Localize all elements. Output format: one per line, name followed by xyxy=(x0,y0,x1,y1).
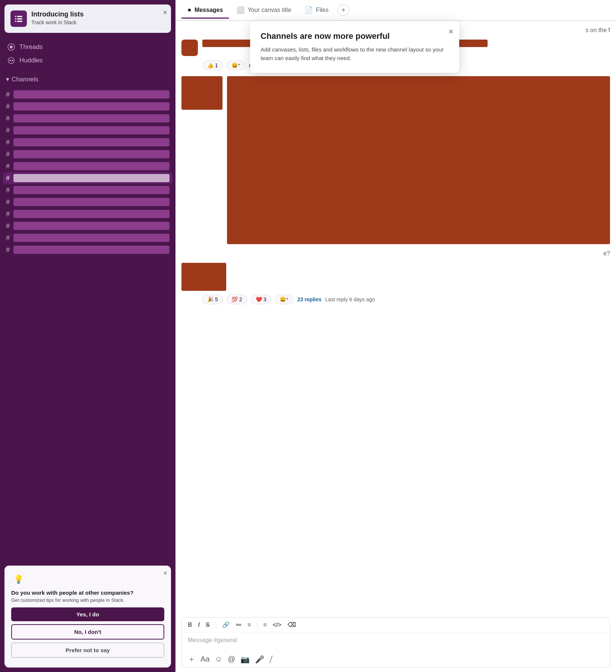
skip-button[interactable]: Prefer not to say xyxy=(11,643,164,658)
reaction-party[interactable]: 🎉 5 xyxy=(202,295,223,304)
tab-messages[interactable]: ● Messages xyxy=(181,2,229,19)
channel-name-redacted xyxy=(13,222,169,230)
message-block-2 xyxy=(181,76,610,244)
channel-name-redacted xyxy=(13,90,169,99)
channel-item-14[interactable]: # xyxy=(0,244,175,256)
channel-name-redacted xyxy=(13,102,169,111)
message-content-2 xyxy=(227,76,610,244)
reaction-thumbsup[interactable]: 👍 1 xyxy=(202,60,223,70)
video-icon[interactable]: 📷 xyxy=(240,655,250,664)
sidebar-item-threads[interactable]: Threads xyxy=(0,40,175,54)
channel-item-3[interactable]: # xyxy=(0,112,175,124)
channel-hash-icon: # xyxy=(6,91,10,99)
canvas-icon: ⬜ xyxy=(236,6,245,14)
channel-item-5[interactable]: # xyxy=(0,136,175,148)
promo-icon xyxy=(10,10,27,27)
channel-hash-icon: # xyxy=(6,186,10,194)
svg-rect-3 xyxy=(17,18,22,19)
channel-item-1[interactable]: # xyxy=(0,88,175,100)
channel-list: # # # # # xyxy=(0,88,175,561)
attach-icon[interactable]: ＋ xyxy=(188,654,195,664)
channel-hash-icon: # xyxy=(6,162,10,170)
list-icon xyxy=(14,14,24,24)
channel-hash-icon: # xyxy=(6,198,10,206)
promo-title: Introducing lists xyxy=(31,10,165,19)
unordered-list-tool[interactable]: ≡ xyxy=(248,622,251,628)
channel-item-9[interactable]: # xyxy=(0,184,175,196)
heart-emoji: ❤️ xyxy=(256,296,262,302)
bottom-promo-icon: 💡 xyxy=(11,572,25,587)
ordered-list-tool[interactable]: ≔ xyxy=(236,621,242,628)
slash-icon[interactable]: ⧸ xyxy=(270,655,273,663)
hundred-emoji: 💯 xyxy=(231,296,238,302)
composer-toolbar: B I S 🔗 ≔ ≡ ≡ </> ⌫ xyxy=(182,617,610,632)
channel-item-2[interactable]: # xyxy=(0,100,175,112)
link-tool[interactable]: 🔗 xyxy=(222,621,230,628)
channel-hash-icon: # xyxy=(6,222,10,230)
party-count: 5 xyxy=(215,296,218,302)
channels-header[interactable]: ▾ Channels xyxy=(0,73,175,85)
italic-tool[interactable]: I xyxy=(198,622,200,628)
sidebar-item-huddles[interactable]: Huddles xyxy=(0,54,175,67)
audio-icon[interactable]: 🎤 xyxy=(255,655,264,664)
bold-tool[interactable]: B xyxy=(188,622,192,628)
reaction-heart[interactable]: ❤️ 3 xyxy=(251,295,271,304)
channel-item-11[interactable]: # xyxy=(0,208,175,220)
svg-point-7 xyxy=(10,46,13,49)
svg-point-10 xyxy=(12,60,13,61)
channel-item-12[interactable]: # xyxy=(0,220,175,232)
channels-chevron-icon: ▾ xyxy=(6,75,9,83)
tab-canvas[interactable]: ⬜ Your canvas title xyxy=(230,2,297,19)
bottom-promo-card: × 💡 Do you work with people at other com… xyxy=(4,566,171,668)
channel-name-redacted xyxy=(13,186,169,194)
tab-files[interactable]: 📄 Files xyxy=(299,2,335,19)
channels-section: ▾ Channels xyxy=(0,70,175,88)
no-button[interactable]: No, I don't xyxy=(11,624,164,640)
yes-button[interactable]: Yes, I do xyxy=(11,607,164,621)
reply-time-2: Last reply 6 days ago xyxy=(325,296,375,302)
channel-hash-icon: # xyxy=(6,246,10,254)
channel-item-7[interactable]: # xyxy=(0,160,175,172)
reply-link-2[interactable]: 23 replies xyxy=(297,296,321,302)
composer-body[interactable]: Message #general xyxy=(182,632,610,651)
channel-hash-icon: # xyxy=(6,150,10,158)
promo-subtitle: Track work in Slack xyxy=(31,19,165,25)
channel-item-4[interactable]: # xyxy=(0,124,175,136)
reaction-add-emoji-2[interactable]: 😄⁺ xyxy=(275,295,293,304)
avatar-3 xyxy=(181,263,226,291)
mention-icon[interactable]: @ xyxy=(228,655,235,663)
message-footer-2: 🎉 5 💯 2 ❤️ 3 😄⁺ 23 replies L xyxy=(202,295,610,304)
strike-tool[interactable]: S xyxy=(206,622,210,628)
add-tab-button[interactable]: + xyxy=(337,4,349,16)
reaction-100[interactable]: 💯 2 xyxy=(227,295,247,304)
sidebar: Introducing lists Track work in Slack × … xyxy=(0,0,175,672)
emoji-icon[interactable]: ☺ xyxy=(215,655,222,663)
promo-banner: Introducing lists Track work in Slack × xyxy=(4,4,171,33)
channel-hash-icon: # xyxy=(6,103,10,111)
app-container: Introducing lists Track work in Slack × … xyxy=(0,0,616,672)
bottom-promo-close-button[interactable]: × xyxy=(163,569,167,577)
heart-count: 3 xyxy=(264,296,267,302)
svg-rect-4 xyxy=(15,21,16,22)
popup-close-button[interactable]: × xyxy=(448,27,453,37)
thumbsup-emoji: 👍 xyxy=(207,62,214,68)
channel-hash-icon: # xyxy=(6,174,10,182)
promo-close-button[interactable]: × xyxy=(163,8,167,17)
channel-item-10[interactable]: # xyxy=(0,196,175,208)
font-icon[interactable]: Aa xyxy=(200,655,209,663)
clear-tool[interactable]: ⌫ xyxy=(287,621,296,628)
party-emoji: 🎉 xyxy=(207,296,214,302)
channel-item-6[interactable]: # xyxy=(0,148,175,160)
reaction-add-emoji-1[interactable]: 😄⁺ xyxy=(227,60,245,70)
channel-item-active[interactable]: # xyxy=(3,172,172,184)
tab-messages-label: Messages xyxy=(195,7,223,13)
thumbsup-count: 1 xyxy=(215,62,218,68)
code-tool[interactable]: </> xyxy=(273,622,281,628)
svg-rect-5 xyxy=(17,21,22,22)
channel-name-redacted xyxy=(13,138,169,146)
channel-name-redacted xyxy=(13,126,169,134)
channel-item-13[interactable]: # xyxy=(0,232,175,244)
indent-tool[interactable]: ≡ xyxy=(263,622,267,628)
partial-text-mid: e? xyxy=(181,250,610,257)
channel-name-redacted xyxy=(13,150,169,158)
